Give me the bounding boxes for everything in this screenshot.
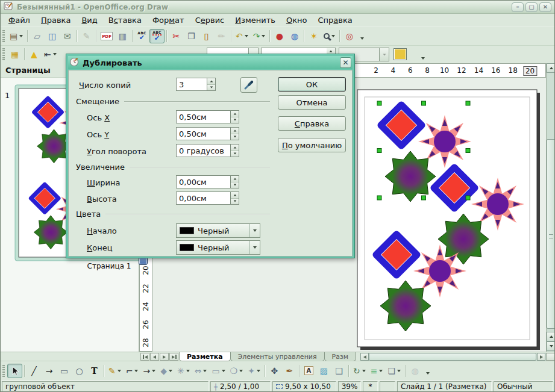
menu-item[interactable]: Окно [281, 14, 313, 26]
spinner-buttons[interactable] [230, 110, 239, 123]
chevron-down-icon[interactable] [249, 241, 257, 254]
stars-banners-icon[interactable]: ✦ [245, 364, 263, 378]
menu-item[interactable]: Вставка [103, 14, 147, 26]
scroll-right-icon[interactable] [537, 353, 545, 361]
horizontal-scrollbar[interactable] [360, 353, 546, 361]
redo-icon[interactable]: ↷ [251, 29, 268, 43]
undo-icon[interactable]: ↶ [233, 29, 251, 43]
tab-active[interactable]: Разметка [179, 352, 231, 361]
toolbar-overflow-icon[interactable] [424, 370, 431, 376]
lines-arrows-icon[interactable]: → [140, 364, 158, 378]
scroll-up-icon[interactable] [547, 63, 555, 73]
dropdown-arrow-icon[interactable] [262, 35, 265, 37]
axis-y-spinner[interactable]: 0,50см [176, 127, 239, 140]
copies-spinner[interactable]: 3 [176, 78, 216, 91]
height-spinner[interactable]: 0,00см [176, 191, 239, 205]
scroll-left-icon[interactable] [360, 353, 369, 361]
spinner-buttons[interactable] [230, 127, 239, 140]
angle-spinner[interactable]: 0 градусов [176, 144, 239, 157]
dropdown-arrow-icon[interactable] [169, 370, 172, 372]
menu-item[interactable]: Правка [36, 14, 76, 26]
open-folder-icon[interactable]: ▱ [30, 29, 45, 43]
toolbar-overflow-icon[interactable] [359, 36, 366, 42]
picture-frame-icon[interactable]: ▨ [316, 364, 331, 378]
glue-points-icon[interactable]: ✒ [282, 364, 297, 378]
symbol-shapes-icon[interactable]: ✳ [175, 364, 192, 378]
dropdown-arrow-icon[interactable] [19, 35, 23, 37]
rectangle-tool-icon[interactable]: ▭ [57, 364, 72, 378]
text-tool-icon[interactable]: T [87, 364, 102, 378]
cancel-button[interactable]: Отмена [278, 95, 346, 110]
dropdown-arrow-icon[interactable] [379, 370, 383, 372]
snap-grid-icon[interactable]: ▦ [7, 47, 22, 61]
email-envelope-icon[interactable]: ✉ [60, 29, 75, 43]
dropdown-arrow-icon[interactable] [362, 370, 366, 372]
prev-page-button[interactable] [150, 353, 159, 361]
toolbar-grip[interactable] [2, 365, 5, 377]
last-page-button[interactable] [169, 353, 178, 361]
double-arrow-icon[interactable]: ⇤ [42, 47, 59, 61]
block-arrows-icon[interactable]: ⇔ [192, 364, 210, 378]
default-button[interactable]: По умолчанию [278, 138, 346, 152]
dropdown-arrow-icon[interactable] [239, 370, 243, 372]
dropdown-arrow-icon[interactable] [203, 370, 207, 372]
lifebuoy-help-icon[interactable]: ◎ [342, 29, 357, 43]
toolbar-grip[interactable] [2, 30, 5, 42]
menu-item[interactable]: Изменить [230, 14, 281, 26]
cut-scissors-icon[interactable]: ✂ [169, 29, 184, 43]
tomato-icon[interactable]: ● [272, 29, 287, 43]
fontwork-icon[interactable]: A [301, 364, 316, 378]
ellipse-tool-icon[interactable]: ○ [72, 364, 87, 378]
spinner-buttons[interactable] [230, 175, 239, 188]
dropdown-arrow-icon[interactable] [186, 370, 190, 372]
copy-icon[interactable]: ❐ [184, 29, 199, 43]
dropdown-arrow-icon[interactable] [152, 370, 155, 372]
vertical-scrollbar-thumb[interactable] [547, 139, 555, 329]
horizontal-scrollbar-thumb[interactable] [369, 353, 536, 361]
dropdown-arrow-icon[interactable] [134, 370, 138, 372]
callout-shapes-icon[interactable]: ❍ [228, 364, 246, 378]
next-page-button[interactable] [160, 353, 169, 361]
dropdown-arrow-icon[interactable] [53, 53, 57, 55]
arrange-icon[interactable]: ❏ [385, 364, 403, 378]
spellcheck-icon[interactable]: ABC✔ [134, 29, 149, 43]
magnifier-icon[interactable] [321, 29, 337, 43]
spinner-buttons[interactable] [230, 191, 239, 205]
menu-item[interactable]: Сервис [190, 14, 230, 26]
maximize-icon[interactable]: ▢ [525, 2, 538, 12]
format-paintbrush-icon[interactable]: ✏ [214, 29, 229, 43]
fill-color-swatch[interactable] [394, 48, 407, 60]
paste-clipboard-icon[interactable]: ▯ [199, 29, 214, 43]
dropdown-arrow-icon[interactable] [118, 370, 121, 372]
vertical-scrollbar[interactable] [546, 63, 555, 352]
print-icon[interactable]: ▥ [115, 29, 130, 43]
select-arrow-icon[interactable] [7, 364, 22, 378]
photos-icon[interactable]: ❑ [331, 364, 346, 378]
title-bar[interactable]: Безымянный1 - OpenOffice.org Draw – ▢ ✕ [1, 1, 554, 14]
eyedropper-icon[interactable] [240, 77, 257, 93]
dropdown-arrow-icon[interactable] [245, 35, 248, 37]
gold-star-icon[interactable]: ✶ [306, 29, 321, 43]
menu-item[interactable]: Формат [147, 14, 190, 26]
rotate-icon[interactable]: ↻ [351, 364, 368, 378]
end-color-select[interactable]: Черный [176, 240, 260, 255]
edit-points-icon[interactable]: ✥ [267, 364, 282, 378]
tab-item[interactable]: Разм [324, 352, 357, 361]
edit-file-icon[interactable]: ✎ [79, 29, 94, 43]
line-tool-icon[interactable]: ╱ [27, 364, 42, 378]
start-color-select[interactable]: Черный [176, 223, 260, 238]
new-document-icon[interactable]: ▤ [7, 29, 25, 43]
connector-tool-icon[interactable]: ⌐ [124, 364, 141, 378]
status-segment[interactable]: Слайд 1 / 1 (Разметка) [397, 381, 492, 392]
dialog-title-bar[interactable]: Дублировать ✕ [68, 56, 353, 69]
scroll-down-icon[interactable] [547, 341, 555, 351]
close-icon[interactable]: ✕ [340, 57, 351, 68]
save-floppy-icon[interactable]: ◫ [45, 29, 60, 43]
export-pdf-icon[interactable]: PDF [98, 29, 115, 43]
basic-shapes-icon[interactable]: ◆ [158, 364, 175, 378]
width-spinner[interactable]: 0,00см [176, 175, 239, 188]
dropdown-arrow-icon[interactable] [222, 370, 225, 372]
lamp-icon[interactable]: ▲ [27, 47, 42, 61]
scroll-up-icon[interactable] [547, 332, 555, 341]
spinner-buttons[interactable] [207, 78, 216, 91]
